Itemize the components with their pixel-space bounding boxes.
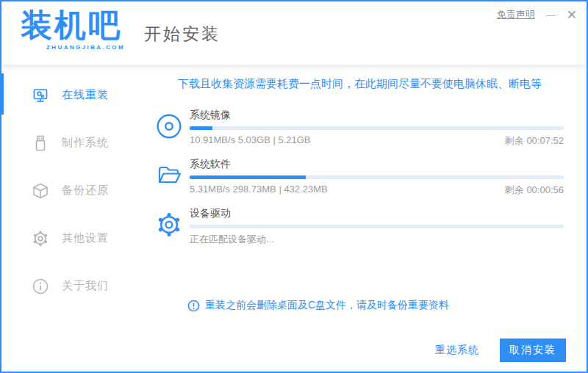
header: 装机吧 ZHUANGJIBA.COM 开始安装 免责声明 — ✕ bbox=[1, 1, 587, 65]
notice-text: 重装之前会删除桌面及C盘文件，请及时备份重要资料 bbox=[205, 299, 449, 312]
folder-icon bbox=[156, 162, 182, 189]
info-icon bbox=[31, 277, 50, 296]
logo-subtext: ZHUANGJIBA.COM bbox=[21, 44, 125, 51]
window-controls: 免责声明 — ✕ bbox=[497, 8, 577, 21]
task-stats: 5.31MB/s 298.73MB | 432.23MB bbox=[190, 184, 328, 197]
task-list: 系统镜像 10.91MB/s 5.03GB | 5.21GB 剩余 00:07:… bbox=[156, 109, 564, 246]
gear-icon bbox=[156, 211, 182, 238]
minimize-icon[interactable]: — bbox=[546, 10, 556, 20]
progress-fill bbox=[190, 175, 306, 179]
cancel-install-button[interactable]: 取消安装 bbox=[500, 338, 566, 362]
task-row-system-image: 系统镜像 10.91MB/s 5.03GB | 5.21GB 剩余 00:07:… bbox=[156, 109, 564, 148]
sidebar-item-label: 备份还原 bbox=[62, 184, 109, 198]
progress-fill bbox=[190, 126, 212, 130]
sidebar-item-label: 其他设置 bbox=[62, 231, 109, 245]
usb-icon bbox=[31, 134, 50, 153]
task-title: 系统软件 bbox=[190, 158, 564, 171]
task-title: 系统镜像 bbox=[190, 109, 564, 122]
sidebar-item-make-system[interactable]: 制作系统 bbox=[1, 119, 141, 167]
task-stats: 正在匹配设备驱动... bbox=[190, 233, 274, 246]
sidebar-item-label: 在线重装 bbox=[62, 88, 109, 102]
task-title: 设备驱动 bbox=[190, 207, 564, 220]
monitor-icon bbox=[31, 86, 50, 105]
footer-actions: 重选系统 取消安装 bbox=[435, 338, 566, 362]
task-stats: 10.91MB/s 5.03GB | 5.21GB bbox=[190, 134, 311, 148]
sidebar-item-about-us[interactable]: 关于我们 bbox=[1, 262, 141, 310]
page-title: 开始安装 bbox=[144, 23, 220, 46]
task-remaining: 剩余 00:07:52 bbox=[505, 134, 564, 148]
sidebar-item-label: 关于我们 bbox=[62, 279, 109, 293]
app-window: 装机吧 ZHUANGJIBA.COM 开始安装 免责声明 — ✕ bbox=[0, 0, 588, 373]
disclaimer-link[interactable]: 免责声明 bbox=[497, 8, 535, 21]
disc-icon bbox=[156, 113, 182, 140]
gear-icon bbox=[31, 229, 50, 248]
logo-text: 装机吧 bbox=[21, 7, 125, 43]
main-content: 下载且收集资源需要耗费一点时间，在此期间尽量不要使电脑休眠、断电等 系统镜像 bbox=[141, 65, 587, 373]
body-row: 在线重装 制作系统 bbox=[1, 65, 587, 373]
task-remaining: 剩余 00:00:56 bbox=[505, 184, 564, 197]
progress-bar bbox=[190, 175, 564, 179]
sidebar: 在线重装 制作系统 bbox=[1, 65, 141, 373]
sidebar-item-label: 制作系统 bbox=[62, 136, 109, 150]
sidebar-item-backup-restore[interactable]: 备份还原 bbox=[1, 167, 141, 214]
backup-notice: 重装之前会删除桌面及C盘文件，请及时备份重要资料 bbox=[187, 299, 564, 312]
close-icon[interactable]: ✕ bbox=[567, 9, 577, 21]
progress-bar bbox=[190, 126, 564, 130]
app-logo: 装机吧 ZHUANGJIBA.COM bbox=[21, 7, 125, 51]
sidebar-item-online-reinstall[interactable]: 在线重装 bbox=[1, 71, 141, 119]
task-row-system-software: 系统软件 5.31MB/s 298.73MB | 432.23MB 剩余 00:… bbox=[156, 158, 564, 197]
sidebar-item-other-settings[interactable]: 其他设置 bbox=[1, 214, 141, 262]
reselect-system-button[interactable]: 重选系统 bbox=[435, 344, 479, 357]
progress-bar bbox=[190, 225, 564, 228]
warning-text: 下载且收集资源需要耗费一点时间，在此期间尽量不要使电脑休眠、断电等 bbox=[156, 77, 564, 91]
task-row-device-driver: 设备驱动 正在匹配设备驱动... bbox=[156, 207, 564, 246]
alert-circle-icon bbox=[187, 300, 200, 312]
cube-icon bbox=[31, 181, 50, 200]
